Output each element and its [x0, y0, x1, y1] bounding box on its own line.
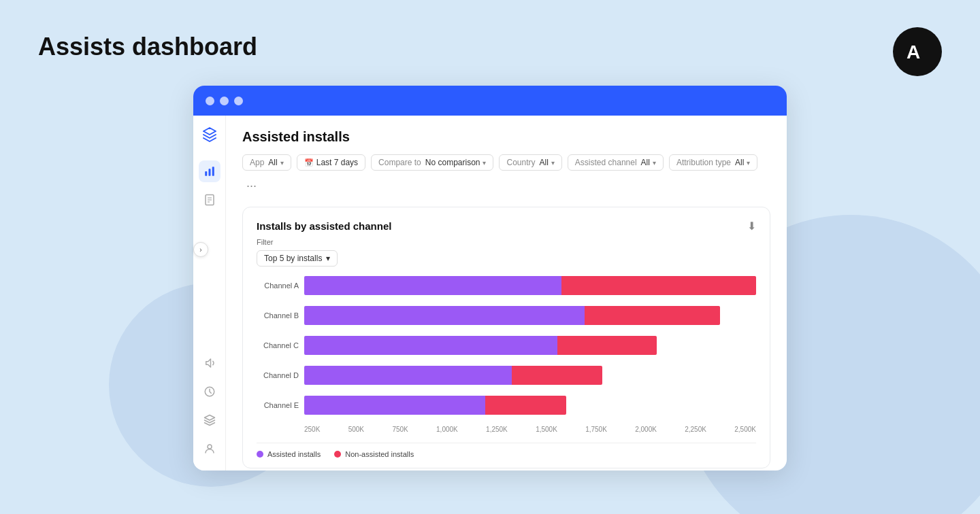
bar-non-assisted-channel-c: [557, 336, 657, 355]
bar-non-assisted-channel-d: [512, 366, 602, 385]
sidebar-expand-button[interactable]: ›: [193, 242, 208, 257]
x-tick-1: 250K: [304, 426, 320, 433]
bar-label-channel-d: Channel D: [257, 371, 299, 379]
filter-compare-value: No comparison: [425, 158, 480, 167]
bar-assisted-channel-c: [304, 336, 557, 355]
bar-label-channel-c: Channel C: [257, 341, 299, 349]
sidebar-item-layers[interactable]: [199, 409, 220, 431]
chart-filter-value: Top 5 by installs: [264, 254, 322, 263]
sidebar-item-person[interactable]: [199, 438, 220, 460]
x-tick-4: 1,000K: [436, 426, 458, 433]
x-tick-7: 1,750K: [585, 426, 607, 433]
sidebar-item-megaphone[interactable]: [199, 352, 220, 374]
sidebar-logo: [201, 126, 218, 145]
sidebar-expand-area: ›: [193, 242, 208, 257]
brand-logo: A: [893, 27, 942, 76]
legend-label-assisted: Assisted installs: [267, 450, 321, 458]
filter-bar: App All ▾ 📅 Last 7 days Compare to No co…: [242, 154, 770, 196]
sidebar-item-document[interactable]: [199, 189, 220, 211]
chart-card: Installs by assisted channel ⬇ Filter To…: [242, 207, 770, 468]
chart-filter-label: Filter: [257, 238, 756, 246]
bar-non-assisted-channel-a: [561, 276, 756, 295]
bar-track-channel-b: [304, 306, 756, 325]
filter-attribution-chevron: ▾: [747, 159, 750, 167]
filter-assisted-channel[interactable]: Assisted channel All ▾: [568, 154, 664, 171]
page-title: Assists dashboard: [38, 33, 257, 61]
filter-date-value: Last 7 days: [316, 158, 358, 167]
bar-track-channel-d: [304, 366, 756, 385]
browser-window: Assisted installs App All ▾ 📅 Last 7 day…: [193, 86, 787, 470]
bar-label-channel-b: Channel B: [257, 311, 299, 320]
chart-card-header: Installs by assisted channel ⬇: [257, 220, 756, 233]
chart-title: Installs by assisted channel: [257, 220, 391, 232]
filter-assisted-channel-chevron: ▾: [653, 159, 656, 167]
bar-track-channel-c: [304, 336, 756, 355]
x-tick-2: 500K: [348, 426, 364, 433]
app-sidebar: [193, 116, 226, 470]
browser-dot-3: [234, 97, 243, 105]
filter-attribution-label: Attribution type: [676, 158, 731, 167]
filter-compare[interactable]: Compare to No comparison ▾: [371, 154, 493, 171]
filter-country-label: Country: [506, 158, 535, 167]
filter-attribution-value: All: [735, 158, 744, 167]
bar-row-channel-b: Channel B: [257, 306, 756, 325]
x-tick-10: 2,500K: [734, 426, 756, 433]
x-axis: 250K 500K 750K 1,000K 1,250K 1,500K 1,75…: [257, 426, 756, 433]
x-tick-8: 2,000K: [635, 426, 657, 433]
bar-track-channel-a: [304, 276, 756, 295]
bar-non-assisted-channel-b: [585, 306, 720, 325]
bar-assisted-channel-e: [304, 396, 485, 415]
svg-point-9: [208, 445, 212, 449]
bar-row-channel-a: Channel A: [257, 276, 756, 295]
filter-attribution[interactable]: Attribution type All ▾: [669, 154, 757, 171]
bar-non-assisted-channel-e: [485, 396, 567, 415]
legend-assisted: Assisted installs: [257, 450, 321, 458]
section-title: Assisted installs: [242, 129, 770, 145]
bar-label-channel-a: Channel A: [257, 281, 299, 290]
filter-country-value: All: [540, 158, 549, 167]
filter-app-chevron: ▾: [280, 159, 284, 167]
filter-more-button[interactable]: ···: [242, 176, 261, 196]
filter-assisted-channel-label: Assisted channel: [575, 158, 637, 167]
legend-non-assisted: Non-assisted installs: [334, 450, 414, 458]
bar-track-channel-e: [304, 396, 756, 415]
browser-titlebar: [193, 86, 787, 116]
chart-filter-chevron: ▾: [326, 254, 330, 263]
svg-text:A: A: [906, 41, 920, 63]
bar-chart: Channel A Channel B: [257, 276, 756, 433]
sidebar-item-chart[interactable]: [199, 160, 220, 182]
calendar-icon: 📅: [304, 158, 314, 167]
x-tick-5: 1,250K: [486, 426, 508, 433]
main-content: Assisted installs App All ▾ 📅 Last 7 day…: [226, 116, 787, 470]
filter-date[interactable]: 📅 Last 7 days: [297, 154, 365, 171]
bar-assisted-channel-b: [304, 306, 585, 325]
filter-assisted-channel-value: All: [641, 158, 650, 167]
filter-compare-chevron: ▾: [483, 159, 486, 167]
legend-dot-non-assisted: [334, 451, 341, 458]
sidebar-item-clock[interactable]: [199, 381, 220, 402]
bar-assisted-channel-d: [304, 366, 512, 385]
download-icon[interactable]: ⬇: [747, 220, 756, 233]
x-tick-3: 750K: [392, 426, 408, 433]
chart-legend: Assisted installs Non-assisted installs: [257, 443, 756, 458]
filter-country-chevron: ▾: [551, 159, 555, 167]
filter-app[interactable]: App All ▾: [242, 154, 291, 171]
filter-country[interactable]: Country All ▾: [499, 154, 561, 171]
filter-app-label: App: [250, 158, 264, 167]
bar-row-channel-d: Channel D: [257, 366, 756, 385]
x-tick-6: 1,500K: [536, 426, 557, 433]
x-tick-9: 2,250K: [685, 426, 706, 433]
sidebar-bottom-icons: [199, 352, 220, 460]
svg-rect-1: [205, 171, 207, 176]
chart-filter-select[interactable]: Top 5 by installs ▾: [257, 250, 338, 267]
filter-compare-label: Compare to: [378, 158, 421, 167]
bar-assisted-channel-a: [304, 276, 561, 295]
browser-dot-2: [220, 97, 229, 105]
bar-row-channel-e: Channel E: [257, 396, 756, 415]
legend-dot-assisted: [257, 451, 263, 458]
legend-label-non-assisted: Non-assisted installs: [345, 450, 414, 458]
browser-dot-1: [206, 97, 214, 105]
filter-app-value: All: [268, 158, 277, 167]
bar-label-channel-e: Channel E: [257, 401, 299, 409]
svg-rect-2: [208, 169, 210, 176]
